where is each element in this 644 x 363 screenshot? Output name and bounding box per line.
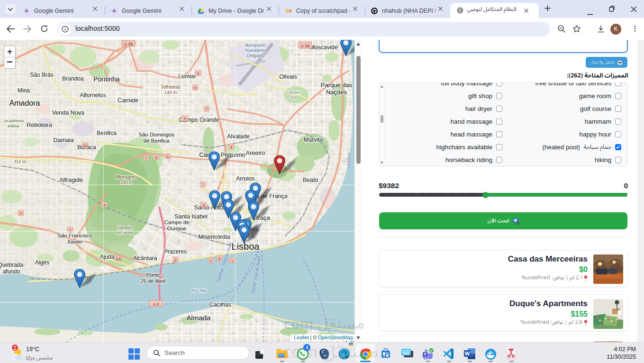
svg-text:de Benfica: de Benfica (144, 138, 170, 144)
svg-text:Lisboa: Lisboa (232, 241, 260, 252)
svg-text:Santo Antóni: Santo Antóni (194, 204, 228, 211)
svg-text:220 m: 220 m (120, 180, 132, 185)
svg-text:8: 8 (203, 203, 205, 208)
svg-text:Monsanto: Monsanto (116, 174, 137, 180)
svg-text:212 m: 212 m (14, 159, 26, 164)
svg-text:Ourique: Ourique (167, 226, 187, 231)
svg-text:Academia: Academia (3, 118, 24, 123)
svg-text:Venda Nova: Venda Nova (52, 109, 84, 116)
svg-text:Ajuda: Ajuda (100, 254, 115, 260)
svg-text:Campo de: Campo de (164, 219, 189, 225)
svg-text:Santa Isabel: Santa Isabel (174, 213, 208, 220)
svg-text:Almada: Almada (187, 314, 211, 322)
svg-text:Ponte: Ponte (146, 272, 160, 278)
svg-text:Areeiro: Areeiro (246, 150, 265, 156)
svg-text:7: 7 (145, 156, 147, 160)
svg-text:Alfornelos: Alfornelos (80, 92, 106, 99)
svg-text:2: 2 (210, 259, 212, 263)
svg-text:Amadora: Amadora (9, 99, 40, 107)
svg-text:Mina: Mina (18, 87, 30, 94)
svg-text:1: 1 (231, 259, 234, 263)
svg-text:Beato: Beato (303, 177, 318, 183)
svg-text:6: 6 (155, 155, 158, 160)
svg-text:Humberto: Humberto (245, 48, 266, 53)
svg-text:W: W (465, 351, 470, 356)
svg-text:Moscavide: Moscavide (309, 44, 338, 51)
svg-text:133 m: 133 m (164, 90, 177, 95)
svg-text:Sul: Sul (290, 94, 297, 100)
svg-text:Campo Pequeno: Campo Pequeno (199, 151, 245, 158)
svg-text:Prazeres: Prazeres (164, 248, 187, 255)
svg-text:Benfica: Benfica (97, 130, 117, 136)
svg-text:Reboleira: Reboleira (27, 122, 52, 128)
svg-text:Pontinha: Pontinha (93, 75, 119, 83)
svg-text:Tapada: Tapada (117, 225, 132, 230)
svg-text:São Francisco: São Francisco (57, 233, 92, 238)
svg-text:Lumiar: Lumiar (178, 73, 196, 80)
svg-text:2A: 2A (83, 144, 88, 148)
svg-text:6: 6 (218, 256, 221, 261)
svg-text:Arroios: Arroios (236, 175, 255, 182)
svg-text:do Ajuda: do Ajuda (116, 230, 133, 235)
svg-text:A 36: A 36 (300, 43, 309, 48)
svg-text:Brandoa: Brandoa (62, 75, 84, 82)
svg-text:25 de Abril: 25 de Abril (141, 278, 165, 284)
svg-text:2: 2 (174, 258, 177, 262)
svg-text:Olivais: Olivais (279, 73, 297, 80)
svg-text:Alvalade: Alvalade (227, 133, 250, 140)
svg-text:4: 4 (20, 211, 22, 216)
svg-text:9: 9 (184, 117, 186, 121)
svg-text:Damaia: Damaia (53, 137, 73, 144)
svg-text:Quebrada-: Quebrada- (0, 262, 25, 268)
svg-text:9: 9 (197, 72, 200, 76)
svg-text:6: 6 (167, 154, 169, 159)
svg-text:Telheiras: Telheiras (161, 84, 181, 90)
svg-text:Carnide: Carnide (118, 97, 138, 104)
svg-text:Algés: Algés (35, 259, 49, 266)
svg-text:Alcântara: Alcântara (133, 255, 157, 262)
svg-text:Aeroporto: Aeroporto (245, 43, 266, 48)
svg-text:Parque das: Parque das (321, 82, 353, 89)
svg-text:Rio Tejo: Rio Tejo (191, 288, 208, 293)
svg-text:Marvila: Marvila (304, 136, 323, 143)
svg-text:A 36: A 36 (124, 41, 133, 46)
svg-text:Nações: Nações (326, 89, 347, 96)
svg-text:Militar: Militar (8, 123, 20, 128)
svg-text:8: 8 (230, 145, 233, 149)
svg-text:2A: 2A (116, 257, 121, 261)
svg-text:afundo: afundo (3, 268, 20, 275)
svg-text:9: 9 (194, 86, 197, 90)
svg-text:A 2: A 2 (153, 301, 159, 307)
svg-text:São Brás: São Brás (30, 72, 53, 78)
svg-text:Alfragide: Alfragide (59, 177, 82, 183)
svg-text:8: 8 (103, 203, 106, 207)
svg-text:Delgado: Delgado (246, 53, 264, 58)
svg-text:São Domingos: São Domingos (138, 132, 174, 137)
svg-text:Xavier: Xavier (67, 239, 83, 245)
svg-text:Misericórdia: Misericórdia (198, 234, 230, 240)
svg-text:7: 7 (206, 107, 208, 111)
